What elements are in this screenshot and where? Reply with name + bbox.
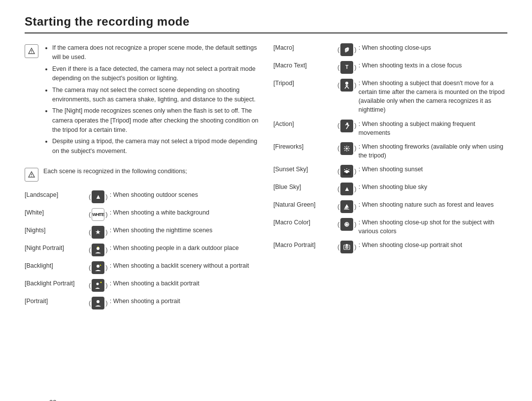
scene-label-macro-color: [Macro Color] <box>273 218 337 227</box>
svg-point-1 <box>31 52 32 53</box>
svg-rect-32 <box>346 244 348 246</box>
svg-point-6 <box>97 265 100 268</box>
svg-point-31 <box>346 246 348 247</box>
svg-line-21 <box>345 150 346 151</box>
svg-point-11 <box>345 82 348 85</box>
white-icon: WHITE <box>92 208 104 221</box>
backlight-icon <box>92 261 104 274</box>
scene-desc-backlight-portrait: : When shooting a backlit portrait <box>110 279 259 288</box>
scene-landscape: [Landscape] ( ▲ ) : When shooting outdoo… <box>25 190 259 203</box>
svg-line-26 <box>349 169 350 170</box>
action-icon <box>340 120 353 132</box>
svg-point-23 <box>345 170 348 173</box>
svg-point-5 <box>98 247 99 247</box>
svg-line-18 <box>345 146 346 147</box>
scene-desc-night-portrait: : When shooting people in a dark outdoor… <box>110 244 259 252</box>
note-icon-1 <box>25 44 38 58</box>
scene-label-sunset-sky: [Sunset Sky] <box>273 165 337 174</box>
macro-text-icon: T <box>340 61 353 74</box>
scene-label-macro-text: [Macro Text] <box>273 61 337 70</box>
scene-label-nights: [Nights] <box>25 226 89 235</box>
portrait-icon <box>92 297 104 309</box>
macro-portrait-icon <box>340 241 353 253</box>
scene-icon-wrap-sunset-sky: ( ) <box>337 165 357 178</box>
scene-icon-wrap-landscape: ( ▲ ) <box>89 190 108 203</box>
page-number: 22 <box>49 399 56 401</box>
scene-label-macro: [Macro] <box>273 43 337 52</box>
scene-desc-macro-color: : When shooting close-up shot for the su… <box>359 218 507 236</box>
scene-icon-wrap-portrait: ( ) <box>89 297 108 309</box>
scene-label-tripod: [Tripod] <box>273 79 337 88</box>
svg-point-28 <box>346 223 348 225</box>
left-scene-list: [Landscape] ( ▲ ) : When shooting outdoo… <box>25 190 259 309</box>
scene-desc-sunset-sky: : When shooting sunset <box>359 165 507 174</box>
note-text-2: Each scene is recognized in the followin… <box>43 167 187 182</box>
scene-label-blue-sky: [Blue Sky] <box>273 183 337 191</box>
svg-line-20 <box>348 146 349 147</box>
note-bullet-5: Despite using a tripod, the camera may n… <box>52 137 259 156</box>
scene-label-macro-portrait: [Macro Portrait] <box>273 241 337 249</box>
scene-desc-backlight: : When shooting a backlit scenery withou… <box>110 261 259 270</box>
scene-macro-color: [Macro Color] ( ) : When shooting clo <box>273 218 507 236</box>
left-column: If the camera does not recognize a prope… <box>25 43 259 314</box>
scene-backlight-portrait: [Backlight Portrait] ( ) : When shoot <box>25 279 259 292</box>
scene-label-landscape: [Landscape] <box>25 190 89 199</box>
scene-desc-natural-green: : When shooting nature such as forest an… <box>359 200 507 209</box>
nights-icon: ★ <box>92 226 104 239</box>
scene-label-fireworks: [Fireworks] <box>273 142 337 151</box>
scene-icon-wrap-natural-green: ( ) <box>337 200 357 213</box>
night-portrait-icon <box>92 244 104 256</box>
svg-point-13 <box>346 148 348 150</box>
page-title: Starting the recording mode <box>25 15 507 33</box>
scene-icon-wrap-macro-text: ( T ) <box>337 61 357 74</box>
sunset-sky-icon <box>340 165 353 178</box>
scene-fireworks: [Fireworks] ( <box>273 142 507 160</box>
backlight-portrait-icon <box>92 279 104 292</box>
scene-label-backlight-portrait: [Backlight Portrait] <box>25 279 89 288</box>
scene-icon-wrap-macro-color: ( ) <box>337 218 357 231</box>
scene-icon-wrap-nights: ( ★ ) <box>89 226 108 239</box>
note-bullet-4: The [Night] mode recognizes scenes only … <box>52 106 259 135</box>
scene-desc-macro: : When shooting close-ups <box>359 43 507 52</box>
scene-icon-wrap-white: ( WHITE ) <box>89 208 108 221</box>
svg-line-19 <box>348 150 349 151</box>
scene-action: [Action] ( ) : When shooting a subjec <box>273 120 507 137</box>
scene-label-portrait: [Portrait] <box>25 297 89 306</box>
note-bullet-3: The camera may not select the correct sc… <box>52 86 259 105</box>
scene-sunset-sky: [Sunset Sky] ( <box>273 165 507 178</box>
natural-green-icon <box>340 200 353 213</box>
note-icon-2 <box>25 168 38 182</box>
scene-icon-wrap-action: ( ) <box>337 120 357 132</box>
scene-icon-wrap-tripod: ( ) <box>337 79 357 92</box>
svg-point-3 <box>31 176 32 177</box>
scene-icon-wrap-night-portrait: ( ) <box>89 244 108 256</box>
landscape-icon: ▲ <box>92 190 104 203</box>
macro-color-icon <box>340 218 353 231</box>
scene-tripod: [Tripod] ( ) : When <box>273 79 507 115</box>
scene-backlight: [Backlight] ( ) : When shooting a bac <box>25 261 259 274</box>
scene-icon-wrap-backlight-portrait: ( ) <box>89 279 108 292</box>
blue-sky-icon: ▲ <box>340 183 353 195</box>
scene-intro-text: Each scene is recognized in the followin… <box>43 168 187 175</box>
scene-portrait: [Portrait] ( ) : When shooting a portrai… <box>25 297 259 309</box>
note-bullet-1: If the camera does not recognize a prope… <box>52 43 259 62</box>
scene-desc-blue-sky: : When shooting blue sky <box>359 183 507 191</box>
scene-macro-text: [Macro Text] ( T ) : When shooting texts… <box>273 61 507 74</box>
tripod-icon <box>340 79 353 92</box>
scene-label-natural-green: [Natural Green] <box>273 200 337 209</box>
fireworks-icon <box>340 142 353 155</box>
scene-desc-macro-portrait: : When shooting close-up portrait shot <box>359 241 507 249</box>
note-bullet-2: Even if there is a face detected, the ca… <box>52 64 259 84</box>
scene-icon-wrap-backlight: ( ) <box>89 261 108 274</box>
scene-label-night-portrait: [Night Portrait] <box>25 244 89 252</box>
scene-macro: [Macro] ( ) : When s <box>273 43 507 56</box>
scene-macro-portrait: [Macro Portrait] ( ) <box>273 241 507 253</box>
scene-desc-white: : When shooting a white background <box>110 208 259 217</box>
scene-desc-tripod: : When shooting a subject that doesn't m… <box>359 79 507 115</box>
scene-natural-green: [Natural Green] ( ) : When shooting natu… <box>273 200 507 213</box>
note-block-1: If the camera does not recognize a prope… <box>25 43 259 158</box>
scene-label-action: [Action] <box>273 120 337 128</box>
scene-desc-portrait: : When shooting a portrait <box>110 297 259 306</box>
scene-white: [White] ( WHITE ) : When shooting a whit… <box>25 208 259 221</box>
scene-nights: [Nights] ( ★ ) : When shooting the night… <box>25 226 259 239</box>
